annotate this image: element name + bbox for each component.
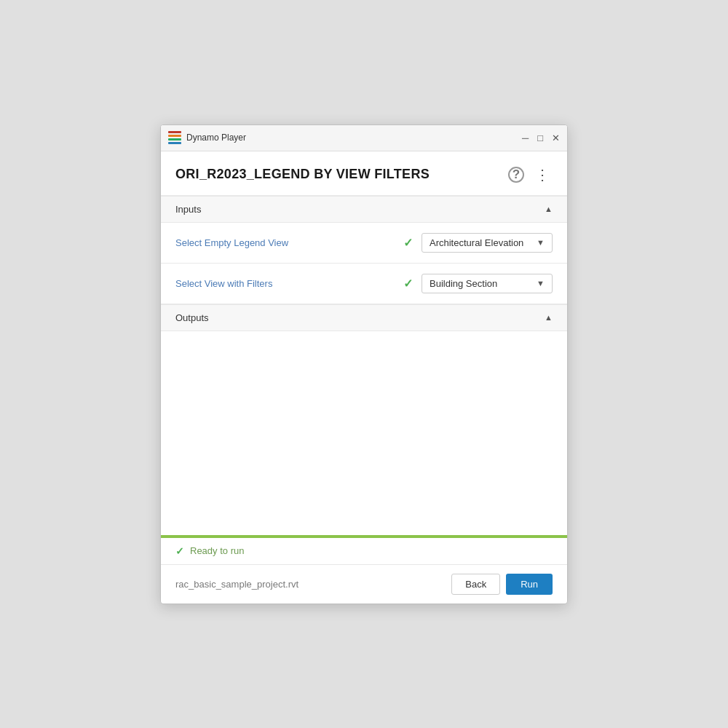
input-label-1: Select Empty Legend View bbox=[175, 237, 395, 248]
outputs-collapse-icon: ▲ bbox=[545, 313, 553, 322]
app-icon bbox=[168, 131, 181, 144]
input-row-1: Select Empty Legend View ✓ Architectural… bbox=[161, 223, 567, 264]
minimize-button[interactable]: ─ bbox=[522, 133, 529, 143]
titlebar-title: Dynamo Player bbox=[186, 132, 522, 143]
dropdown-value-1: Architectural Elevation bbox=[430, 237, 523, 248]
footer: rac_basic_sample_project.rvt Back Run bbox=[161, 565, 567, 604]
footer-buttons: Back Run bbox=[451, 574, 553, 595]
status-text: Ready to run bbox=[190, 545, 244, 556]
menu-icon: ⋮ bbox=[535, 166, 550, 183]
run-button[interactable]: Run bbox=[506, 574, 553, 595]
titlebar-controls: ─ □ ✕ bbox=[522, 133, 560, 143]
app-header: ORI_R2023_LEGEND BY VIEW FILTERS ? ⋮ bbox=[161, 151, 567, 196]
dropdown-arrow-1: ▼ bbox=[537, 238, 545, 247]
status-bar: ✓ Ready to run bbox=[161, 538, 567, 565]
status-check-icon: ✓ bbox=[175, 545, 184, 557]
inputs-section-header[interactable]: Inputs ▲ bbox=[161, 196, 567, 223]
check-icon-1: ✓ bbox=[403, 236, 413, 250]
titlebar: Dynamo Player ─ □ ✕ bbox=[161, 125, 567, 151]
inputs-label: Inputs bbox=[175, 204, 201, 215]
input-row-2: Select View with Filters ✓ Building Sect… bbox=[161, 264, 567, 304]
check-icon-2: ✓ bbox=[403, 277, 413, 290]
close-button[interactable]: ✕ bbox=[552, 133, 560, 143]
help-button[interactable]: ? bbox=[506, 165, 526, 185]
header-actions: ? ⋮ bbox=[506, 165, 553, 185]
input-label-2: Select View with Filters bbox=[175, 278, 395, 289]
outputs-section-header[interactable]: Outputs ▲ bbox=[161, 304, 567, 331]
project-name: rac_basic_sample_project.rvt bbox=[175, 579, 298, 590]
menu-button[interactable]: ⋮ bbox=[532, 165, 553, 185]
dynamo-player-window: Dynamo Player ─ □ ✕ ORI_R2023_LEGEND BY … bbox=[160, 124, 568, 604]
back-button[interactable]: Back bbox=[451, 574, 500, 595]
maximize-button[interactable]: □ bbox=[537, 133, 543, 143]
outputs-label: Outputs bbox=[175, 312, 209, 323]
app-title: ORI_R2023_LEGEND BY VIEW FILTERS bbox=[175, 167, 430, 182]
dropdown-value-2: Building Section bbox=[430, 278, 497, 289]
dropdown-1[interactable]: Architectural Elevation ▼ bbox=[422, 233, 553, 253]
outputs-body bbox=[161, 331, 567, 535]
dropdown-arrow-2: ▼ bbox=[537, 279, 545, 288]
dropdown-2[interactable]: Building Section ▼ bbox=[422, 274, 553, 293]
help-icon: ? bbox=[508, 167, 524, 183]
inputs-collapse-icon: ▲ bbox=[545, 205, 553, 213]
